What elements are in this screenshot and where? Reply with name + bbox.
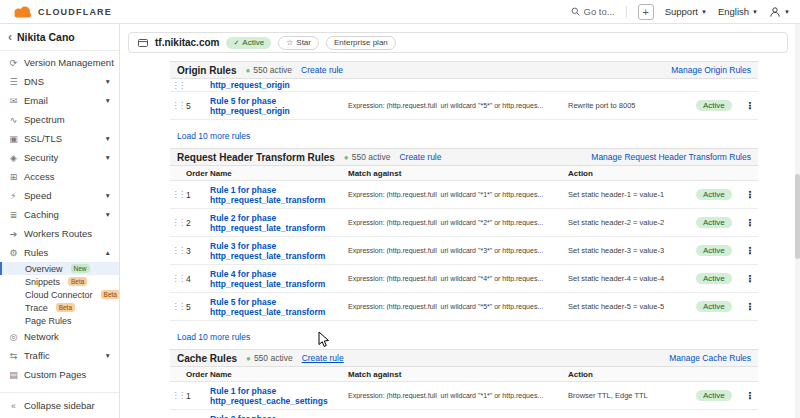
global-search-label: Go to... xyxy=(584,6,615,17)
rule-name-line2: http_request_late_transform xyxy=(210,195,348,205)
sidebar-item-overview[interactable]: OverviewNew xyxy=(0,262,119,275)
sidebar-item-label: Custom Pages xyxy=(24,369,86,380)
rule-name-link[interactable]: Rule 5 for phasehttp_request_origin xyxy=(210,96,348,116)
rule-action: Rewrite port to 8005 xyxy=(568,101,696,110)
collapse-icon: « xyxy=(8,401,19,411)
sidebar-item-network[interactable]: ◎Network xyxy=(0,327,119,346)
sidebar-item-workers-routes[interactable]: ➔Workers Routes xyxy=(0,224,119,243)
drag-handle-icon[interactable]: ⋮⋮ xyxy=(170,246,186,255)
rule-order: 5 xyxy=(186,101,210,111)
rule-name-line1: Rule 1 for phase xyxy=(210,386,348,396)
rule-name-link[interactable]: http_request_origin xyxy=(210,80,348,90)
load-more-link[interactable]: Load 10 more rules xyxy=(177,131,250,141)
kebab-menu-icon[interactable]: ⋮ xyxy=(742,217,758,228)
star-label: Star xyxy=(296,38,311,47)
drag-handle-icon[interactable]: ⋮⋮ xyxy=(170,190,186,199)
chevron-down-icon: ▼ xyxy=(701,9,707,15)
sidebar-item-trace[interactable]: TraceBeta xyxy=(0,301,119,314)
rule-name-line2: http_request_origin xyxy=(210,106,348,116)
column-order: Order xyxy=(186,370,210,379)
create-rule-link[interactable]: Create rule xyxy=(302,353,344,363)
support-menu[interactable]: Support ▼ xyxy=(665,6,707,17)
sidebar-item-speed[interactable]: ⚡Speed▼ xyxy=(0,186,119,205)
sidebar-item-snippets[interactable]: SnippetsBeta xyxy=(0,275,119,288)
cloudflare-logo[interactable]: CLOUDFLARE xyxy=(10,6,112,18)
table-column-header: OrderNameMatch againstAction xyxy=(170,166,758,181)
table-column-header: OrderNameMatch againstAction xyxy=(170,367,758,382)
drag-handle-icon[interactable]: ⋮⋮ xyxy=(170,391,186,400)
rule-row: ⋮⋮3Rule 3 for phasehttp_request_late_tra… xyxy=(170,237,758,265)
sidebar-item-label: Snippets xyxy=(25,277,60,287)
kebab-menu-icon[interactable]: ⋮ xyxy=(742,100,758,111)
active-count: ●550 active xyxy=(246,353,293,363)
drag-handle-icon[interactable]: ⋮⋮ xyxy=(170,274,186,283)
rule-expression: Expression: (http.request.full_uri wildc… xyxy=(348,247,568,254)
sidebar-item-cloud-connector[interactable]: Cloud ConnectorBeta xyxy=(0,288,119,301)
kebab-menu-icon[interactable]: ⋮ xyxy=(742,273,758,284)
sidebar-item-access[interactable]: ⊞Access xyxy=(0,167,119,186)
sidebar-item-spectrum[interactable]: ∿Spectrum xyxy=(0,110,119,129)
sidebar-item-custom-pages[interactable]: ▤Custom Pages xyxy=(0,365,119,384)
sidebar-item-version-management[interactable]: ⟳Version Management xyxy=(0,53,119,72)
rule-name-line2: http_request_late_transform xyxy=(210,307,348,317)
sidebar-item-label: Traffic xyxy=(24,350,50,361)
rule-name-link[interactable]: Rule 3 for phasehttp_request_late_transf… xyxy=(210,241,348,261)
drag-handle-icon[interactable]: ⋮⋮ xyxy=(170,81,186,90)
sidebar-item-label: SSL/TLS xyxy=(24,133,62,144)
load-more-link[interactable]: Load 10 more rules xyxy=(177,332,250,342)
global-search[interactable]: Go to... xyxy=(571,6,615,17)
kebab-menu-icon[interactable]: ⋮ xyxy=(742,245,758,256)
rule-name-link[interactable]: Rule 1 for phasehttp_request_cache_setti… xyxy=(210,386,348,406)
star-button[interactable]: ☆ Star xyxy=(278,36,319,50)
rule-name-link[interactable]: Rule 4 for phasehttp_request_late_transf… xyxy=(210,269,348,289)
drag-handle-icon[interactable]: ⋮⋮ xyxy=(170,218,186,227)
spectrum-icon: ∿ xyxy=(8,115,19,125)
add-button[interactable]: + xyxy=(638,4,654,20)
manage-rules-link[interactable]: Manage Origin Rules xyxy=(671,65,751,75)
sidebar-item-ssl-tls[interactable]: ▣SSL/TLS▼ xyxy=(0,129,119,148)
sidebar-item-traffic[interactable]: ⇆Traffic▼ xyxy=(0,346,119,365)
kebab-menu-icon[interactable]: ⋮ xyxy=(742,301,758,312)
manage-rules-link[interactable]: Manage Request Header Transform Rules xyxy=(591,152,751,162)
sidebar-item-security[interactable]: ◈Security▼ xyxy=(0,148,119,167)
website-icon xyxy=(138,38,148,48)
rule-order: 4 xyxy=(186,274,210,284)
rule-name-link[interactable]: Rule 5 for phasehttp_request_late_transf… xyxy=(210,297,348,317)
sidebar-item-label: Spectrum xyxy=(24,114,65,125)
collapse-sidebar-button[interactable]: « Collapse sidebar xyxy=(0,392,119,418)
rule-name-line2: http_request_late_transform xyxy=(210,223,348,233)
security-shield-icon: ◈ xyxy=(8,153,19,163)
drag-handle-icon[interactable]: ⋮⋮ xyxy=(170,101,186,110)
status-badge: Active xyxy=(696,217,732,228)
create-rule-link[interactable]: Create rule xyxy=(301,65,343,75)
language-menu[interactable]: English ▼ xyxy=(718,6,758,17)
scrollbar-track[interactable] xyxy=(795,24,800,418)
sidebar-item-email[interactable]: ✉Email▼ xyxy=(0,91,119,110)
rule-name-link[interactable]: Rule 2 for phasehttp_request_cache_setti… xyxy=(210,414,348,418)
kebab-menu-icon[interactable]: ⋮ xyxy=(742,390,758,401)
beta-badge: Beta xyxy=(101,290,119,299)
scrollbar-thumb[interactable] xyxy=(795,174,800,259)
chevron-down-icon: ▼ xyxy=(105,352,111,359)
rule-name-link[interactable]: Rule 2 for phasehttp_request_late_transf… xyxy=(210,213,348,233)
account-header[interactable]: ‹ Nikita Cano xyxy=(0,24,119,51)
rule-name-line1: Rule 1 for phase xyxy=(210,185,348,195)
kebab-menu-icon[interactable]: ⋮ xyxy=(742,189,758,200)
column-match-against: Match against xyxy=(348,169,568,178)
rule-name-link[interactable]: Rule 1 for phasehttp_request_late_transf… xyxy=(210,185,348,205)
sidebar-item-rules[interactable]: ⚙Rules▲ xyxy=(0,243,119,262)
chevron-down-icon: ▼ xyxy=(784,9,790,15)
sidebar-item-page-rules[interactable]: Page Rules xyxy=(0,314,119,327)
manage-rules-link[interactable]: Manage Cache Rules xyxy=(669,353,751,363)
sidebar-item-caching[interactable]: ≣Caching▼ xyxy=(0,205,119,224)
column-name: Name xyxy=(210,370,348,379)
create-rule-link[interactable]: Create rule xyxy=(399,152,441,162)
chevron-down-icon: ▼ xyxy=(752,9,758,15)
rule-name-line1: Rule 5 for phase xyxy=(210,297,348,307)
user-menu[interactable]: ▼ xyxy=(769,6,790,18)
rule-order: 1 xyxy=(186,190,210,200)
active-count: ●550 active xyxy=(245,65,292,75)
search-icon xyxy=(571,7,580,16)
sidebar-item-dns[interactable]: ☰DNS▼ xyxy=(0,72,119,91)
drag-handle-icon[interactable]: ⋮⋮ xyxy=(170,302,186,311)
